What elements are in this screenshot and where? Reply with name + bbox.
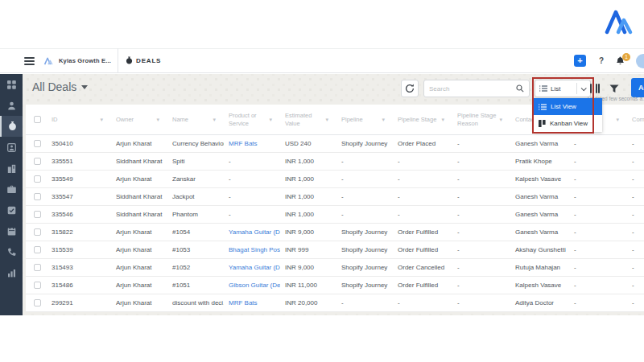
hamburger-menu-icon[interactable]	[24, 56, 35, 67]
cell-estimated-value: INR 1,000	[280, 158, 336, 165]
cell-name: Spiti	[167, 158, 224, 165]
table-row[interactable]: 315486 Arjun Kharat #1051 Gibson Guitar …	[26, 277, 644, 294]
table-row[interactable]: 315539 Arjun Kharat #1053 Bhagat Singh P…	[26, 241, 644, 259]
row-checkbox[interactable]	[34, 282, 41, 289]
page-title: All Deals	[32, 80, 76, 93]
cell-value: -	[569, 175, 627, 183]
cell-product-link[interactable]: MRF Bats	[224, 299, 280, 306]
view-mode-menu: List View Kanban View	[534, 98, 602, 132]
table-row[interactable]: 299291 Arjun Kharat discount with deci..…	[26, 294, 644, 312]
manage-columns-button[interactable]	[588, 80, 602, 97]
sidebar-item-products[interactable]	[0, 179, 23, 200]
sidebar-item-meetings[interactable]	[0, 220, 23, 241]
sidebar-item-calls[interactable]	[0, 241, 23, 262]
cell-pipeline-stage: Order Cancelled	[393, 264, 452, 271]
search-icon	[516, 84, 524, 93]
column-header-pipeline-stage-reason[interactable]: Pipeline Stage Reason▾	[452, 112, 510, 128]
row-checkbox[interactable]	[34, 299, 41, 306]
column-header-owner[interactable]: Owner▾	[111, 116, 167, 124]
cell-product-link[interactable]: Gibson Guitar (Def...	[224, 282, 280, 289]
sort-arrow-icon[interactable]: ▾	[156, 116, 167, 123]
row-checkbox[interactable]	[34, 140, 41, 147]
column-header-pipeline-stage[interactable]: Pipeline Stage▾	[393, 116, 452, 124]
table-row[interactable]: 315822 Arjun Kharat #1054 Yamaha Guitar …	[26, 224, 644, 241]
cell-owner: Arjun Kharat	[111, 175, 167, 183]
view-selector[interactable]: All Deals	[32, 80, 88, 93]
sort-arrow-icon[interactable]: ▾	[382, 116, 393, 123]
row-checkbox[interactable]	[34, 193, 41, 200]
cell-product-link[interactable]: MRF Bats	[224, 140, 280, 147]
row-checkbox[interactable]	[34, 246, 41, 253]
table-row[interactable]: 335547 Siddhant Kharat Jackpot - INR 1,0…	[26, 188, 644, 206]
cell-id: 350410	[47, 140, 111, 147]
cell-product-link[interactable]: Yamaha Guitar (De...	[224, 228, 280, 236]
column-header-name[interactable]: Name▾	[167, 116, 224, 124]
cell-value: -	[569, 158, 627, 165]
cell-name: Currency Behavior	[167, 140, 224, 147]
row-checkbox[interactable]	[34, 211, 41, 218]
cell-owner: Siddhant Kharat	[111, 193, 167, 200]
cell-pipeline-stage: Order Placed	[393, 140, 452, 147]
select-all-checkbox[interactable]	[34, 116, 41, 123]
sidebar-item-contacts[interactable]	[0, 95, 23, 116]
leads-icon	[7, 143, 16, 152]
add-deal-button[interactable]: Add	[631, 78, 644, 97]
sort-arrow-icon[interactable]: ▾	[441, 116, 452, 123]
button-divider	[576, 83, 577, 94]
column-header-company[interactable]: Comp	[627, 116, 644, 124]
sort-arrow-icon[interactable]: ▾	[269, 116, 280, 123]
deals-icon	[8, 121, 17, 131]
table-row[interactable]: 335546 Siddhant Kharat Phantom - INR 1,0…	[26, 206, 644, 224]
row-checkbox[interactable]	[34, 158, 41, 165]
column-header-product[interactable]: Product or Service▾	[224, 112, 280, 128]
cell-contact: Pratik Khope	[510, 158, 569, 165]
user-avatar[interactable]	[636, 54, 644, 68]
help-button[interactable]: ?	[599, 56, 604, 65]
filter-button[interactable]	[608, 81, 621, 96]
cell-contact: Ganesh Varma	[510, 140, 569, 147]
sort-arrow-icon[interactable]: ▾	[213, 116, 224, 123]
header-divider	[118, 48, 118, 73]
table-row[interactable]: 350410 Arjun Kharat Currency Behavior MR…	[26, 135, 644, 153]
search-input[interactable]	[424, 85, 516, 93]
workspace-name[interactable]: Kylas Growth E...	[59, 57, 111, 64]
sort-arrow-icon[interactable]: ▾	[100, 116, 111, 123]
cell-pipeline-stage-reason: -	[452, 264, 510, 271]
table-row[interactable]: 335549 Arjun Kharat Zanskar - INR 1,000 …	[26, 171, 644, 188]
column-header-estimated-value[interactable]: Estimated Value▾	[280, 112, 336, 128]
row-checkbox[interactable]	[34, 228, 41, 236]
view-mode-dropdown[interactable]: List	[535, 80, 591, 97]
notifications-button[interactable]: 1	[616, 56, 625, 66]
table-row[interactable]: 335551 Siddhant Kharat Spiti - INR 1,000…	[26, 153, 644, 171]
sort-arrow-icon[interactable]: ▾	[499, 116, 510, 123]
sort-arrow-icon[interactable]: ▾	[325, 116, 336, 123]
phone-icon	[7, 248, 16, 257]
tab-deals[interactable]: DEALS	[126, 56, 161, 65]
menu-item-label: Kanban View	[550, 120, 588, 127]
table-row[interactable]: 315493 Arjun Kharat #1052 Yamaha Guitar …	[26, 259, 644, 277]
cell-value: -	[569, 140, 627, 147]
sidebar-item-reports[interactable]	[0, 262, 23, 283]
quick-add-button[interactable]: +	[574, 55, 586, 67]
cell-estimated-value: INR 999	[280, 246, 336, 253]
cell-product-link[interactable]: Bhagat Singh Post...	[224, 246, 280, 253]
sidebar-item-tasks[interactable]	[0, 200, 23, 220]
cell-contact: Kalpesh Vasave	[510, 175, 569, 183]
cell-value: -	[569, 282, 627, 289]
menu-item-list-view[interactable]: List View	[534, 98, 602, 115]
refresh-button[interactable]	[401, 80, 419, 97]
cell-product-link[interactable]: Yamaha Guitar (De...	[224, 264, 280, 271]
sort-arrow-icon[interactable]: ▾	[616, 116, 627, 123]
sidebar-item-dashboard[interactable]	[0, 74, 23, 95]
menu-item-kanban-view[interactable]: Kanban View	[534, 115, 602, 132]
sidebar-item-leads[interactable]	[0, 137, 23, 158]
cell-value: -	[569, 246, 627, 253]
row-checkbox[interactable]	[34, 264, 41, 271]
chevron-down-icon	[81, 85, 88, 89]
cell-contact: Kalpesh Vasave	[510, 282, 569, 289]
column-header-pipeline[interactable]: Pipeline▾	[336, 116, 393, 124]
sidebar-item-companies[interactable]	[0, 158, 23, 179]
row-checkbox[interactable]	[34, 175, 41, 183]
column-header-id[interactable]: ID▾	[47, 116, 111, 124]
sidebar-item-deals[interactable]	[0, 116, 23, 137]
